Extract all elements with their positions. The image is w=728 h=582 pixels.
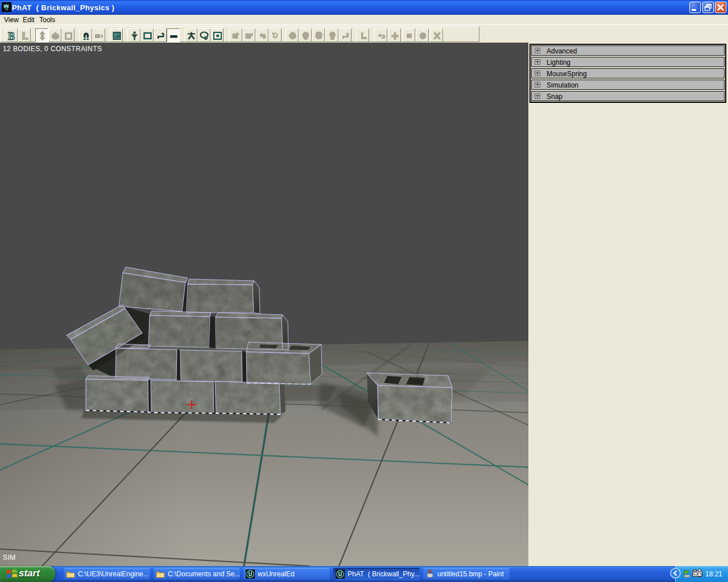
svg-text:B: B (8, 31, 15, 41)
